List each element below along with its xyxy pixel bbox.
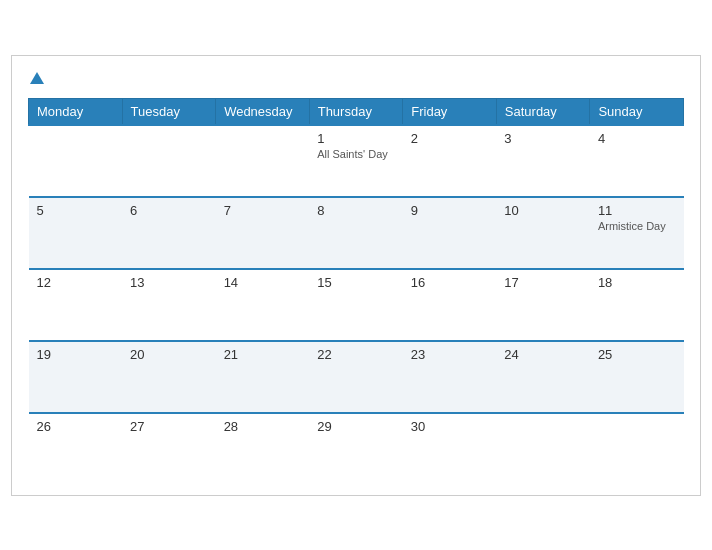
- day-number: 1: [317, 131, 395, 146]
- day-number: 16: [411, 275, 489, 290]
- week-row-1: 1All Saints' Day234: [29, 125, 684, 197]
- day-cell: 26: [29, 413, 123, 485]
- day-cell: 24: [496, 341, 590, 413]
- col-header-thursday: Thursday: [309, 98, 403, 125]
- day-number: 3: [504, 131, 582, 146]
- day-number: 7: [224, 203, 302, 218]
- day-cell: 3: [496, 125, 590, 197]
- day-number: 26: [37, 419, 115, 434]
- col-header-monday: Monday: [29, 98, 123, 125]
- day-cell: 9: [403, 197, 497, 269]
- day-cell: 11Armistice Day: [590, 197, 684, 269]
- day-cell: [29, 125, 123, 197]
- day-number: 18: [598, 275, 676, 290]
- day-number: 19: [37, 347, 115, 362]
- day-number: 17: [504, 275, 582, 290]
- day-cell: 10: [496, 197, 590, 269]
- day-cell: [496, 413, 590, 485]
- day-number: 4: [598, 131, 676, 146]
- day-number: 14: [224, 275, 302, 290]
- day-cell: 27: [122, 413, 216, 485]
- day-cell: [590, 413, 684, 485]
- week-row-3: 12131415161718: [29, 269, 684, 341]
- day-number: 11: [598, 203, 676, 218]
- day-number: 22: [317, 347, 395, 362]
- day-number: 15: [317, 275, 395, 290]
- day-cell: 13: [122, 269, 216, 341]
- day-cell: 6: [122, 197, 216, 269]
- day-number: 24: [504, 347, 582, 362]
- day-number: 2: [411, 131, 489, 146]
- week-row-4: 19202122232425: [29, 341, 684, 413]
- day-number: 12: [37, 275, 115, 290]
- day-cell: 5: [29, 197, 123, 269]
- day-cell: 16: [403, 269, 497, 341]
- calendar-container: MondayTuesdayWednesdayThursdayFridaySatu…: [11, 55, 701, 496]
- col-header-wednesday: Wednesday: [216, 98, 310, 125]
- day-number: 29: [317, 419, 395, 434]
- col-header-tuesday: Tuesday: [122, 98, 216, 125]
- holiday-name: All Saints' Day: [317, 148, 395, 160]
- day-number: 8: [317, 203, 395, 218]
- calendar-header: [28, 72, 684, 84]
- day-cell: 18: [590, 269, 684, 341]
- day-cell: 14: [216, 269, 310, 341]
- col-header-friday: Friday: [403, 98, 497, 125]
- day-cell: 30: [403, 413, 497, 485]
- day-cell: 28: [216, 413, 310, 485]
- day-number: 30: [411, 419, 489, 434]
- day-number: 28: [224, 419, 302, 434]
- day-cell: 25: [590, 341, 684, 413]
- day-cell: 19: [29, 341, 123, 413]
- day-number: 5: [37, 203, 115, 218]
- day-cell: 12: [29, 269, 123, 341]
- col-header-sunday: Sunday: [590, 98, 684, 125]
- day-cell: 29: [309, 413, 403, 485]
- holiday-name: Armistice Day: [598, 220, 676, 232]
- day-cell: 7: [216, 197, 310, 269]
- day-number: 10: [504, 203, 582, 218]
- day-cell: 8: [309, 197, 403, 269]
- day-cell: 23: [403, 341, 497, 413]
- day-number: 23: [411, 347, 489, 362]
- days-header-row: MondayTuesdayWednesdayThursdayFridaySatu…: [29, 98, 684, 125]
- day-cell: [122, 125, 216, 197]
- day-number: 21: [224, 347, 302, 362]
- week-row-5: 2627282930: [29, 413, 684, 485]
- day-cell: 17: [496, 269, 590, 341]
- day-number: 13: [130, 275, 208, 290]
- week-row-2: 567891011Armistice Day: [29, 197, 684, 269]
- col-header-saturday: Saturday: [496, 98, 590, 125]
- logo-triangle-icon: [30, 72, 44, 84]
- day-number: 27: [130, 419, 208, 434]
- day-cell: 21: [216, 341, 310, 413]
- day-number: 25: [598, 347, 676, 362]
- logo: [28, 72, 44, 84]
- day-cell: 4: [590, 125, 684, 197]
- calendar-grid: MondayTuesdayWednesdayThursdayFridaySatu…: [28, 98, 684, 485]
- day-cell: 22: [309, 341, 403, 413]
- day-cell: [216, 125, 310, 197]
- day-number: 9: [411, 203, 489, 218]
- day-number: 20: [130, 347, 208, 362]
- day-cell: 1All Saints' Day: [309, 125, 403, 197]
- day-cell: 2: [403, 125, 497, 197]
- day-number: 6: [130, 203, 208, 218]
- day-cell: 15: [309, 269, 403, 341]
- day-cell: 20: [122, 341, 216, 413]
